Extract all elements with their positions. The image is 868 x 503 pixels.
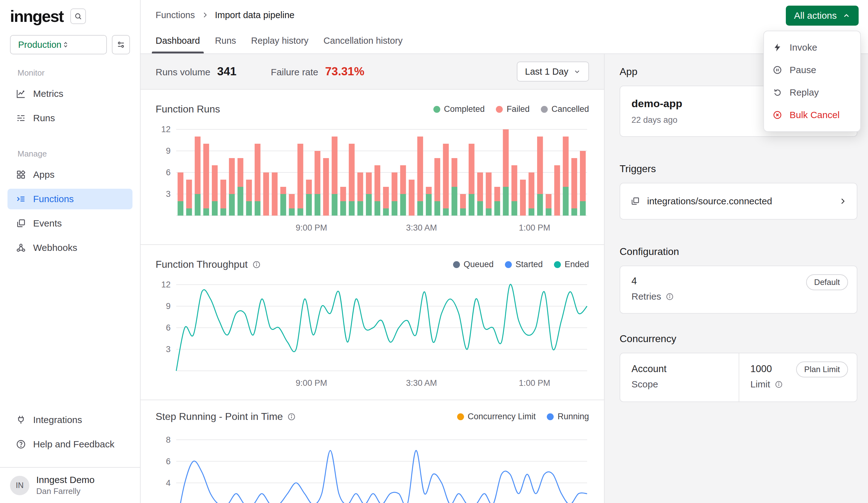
chevron-up-icon bbox=[843, 12, 850, 20]
profile-menu[interactable]: IN Inngest Demo Dan Farrelly bbox=[0, 467, 140, 503]
sidebar-item-label: Apps bbox=[33, 170, 54, 180]
tab-dashboard[interactable]: Dashboard bbox=[156, 35, 200, 53]
function-throughput-chart: 369129:00 PM3:30 AM1:00 PM bbox=[156, 278, 589, 390]
step-running-section: Step Running - Point in Time Concurrency… bbox=[141, 400, 604, 503]
tab-bar: Dashboard Runs Replay history Cancellati… bbox=[156, 35, 402, 53]
tab-cancellation-history[interactable]: Cancellation history bbox=[323, 35, 402, 53]
trigger-event-name: integrations/source.connected bbox=[647, 196, 772, 206]
menu-item-label: Replay bbox=[789, 87, 819, 98]
svg-text:9:00 PM: 9:00 PM bbox=[296, 378, 327, 388]
svg-text:9: 9 bbox=[166, 301, 170, 311]
legend-dot bbox=[505, 261, 512, 268]
function-runs-title: Function Runs bbox=[156, 103, 220, 115]
profile-user-name: Dan Farrelly bbox=[36, 486, 95, 496]
main-area: Functions Import data pipeline Dashboard… bbox=[141, 0, 868, 503]
legend-item: Completed bbox=[433, 104, 485, 114]
sidebar-item-help-and-feedback[interactable]: Help and Feedback bbox=[8, 434, 133, 454]
bolt-icon bbox=[773, 43, 782, 52]
svg-text:3: 3 bbox=[166, 345, 170, 354]
menu-item-invoke[interactable]: Invoke bbox=[764, 36, 860, 59]
menu-item-replay[interactable]: Replay bbox=[764, 81, 860, 104]
functions-icon bbox=[16, 194, 26, 204]
concurrency-scope-cell: Account Scope bbox=[620, 353, 738, 401]
svg-text:3:30 AM: 3:30 AM bbox=[406, 223, 437, 233]
svg-text:6: 6 bbox=[166, 323, 170, 332]
retries-card: 4 Retries Default bbox=[620, 266, 857, 314]
svg-text:8: 8 bbox=[166, 435, 170, 444]
sliders-icon bbox=[116, 40, 125, 49]
plug-icon bbox=[16, 414, 26, 425]
legend-dot bbox=[433, 106, 440, 113]
environment-value: Production bbox=[18, 40, 62, 50]
sidebar-item-runs[interactable]: Runs bbox=[8, 108, 133, 129]
legend-dot bbox=[554, 261, 561, 268]
environment-selector[interactable]: Production bbox=[10, 35, 107, 54]
info-icon[interactable] bbox=[252, 260, 261, 269]
concurrency-limit-cell: 1000 Limit Plan Limit bbox=[738, 353, 857, 401]
svg-text:9: 9 bbox=[166, 146, 170, 156]
step-running-title: Step Running - Point in Time bbox=[156, 411, 283, 422]
chevron-down-icon bbox=[574, 68, 581, 75]
legend-item: Cancelled bbox=[541, 104, 589, 114]
svg-text:1:00 PM: 1:00 PM bbox=[519, 378, 550, 388]
svg-text:12: 12 bbox=[161, 280, 170, 289]
all-actions-menu: Invoke Pause Replay Bulk Cancel bbox=[763, 31, 861, 132]
nav-section-manage: Manage bbox=[8, 149, 133, 164]
runs-volume-value: 341 bbox=[217, 65, 237, 78]
function-throughput-section: Function Throughput QueuedStartedEnded 3… bbox=[141, 245, 604, 400]
info-icon[interactable] bbox=[775, 380, 783, 389]
configuration-heading: Configuration bbox=[620, 246, 857, 257]
chevron-up-down-icon bbox=[62, 41, 101, 49]
sidebar-item-functions[interactable]: Functions bbox=[8, 189, 133, 209]
search-icon bbox=[74, 12, 82, 20]
breadcrumb-functions-link[interactable]: Functions bbox=[156, 10, 195, 20]
breadcrumb-current: Import data pipeline bbox=[215, 10, 294, 20]
legend-item: Queued bbox=[453, 260, 494, 269]
menu-item-pause[interactable]: Pause bbox=[764, 59, 860, 81]
svg-text:6: 6 bbox=[166, 457, 170, 466]
sidebar-item-integrations[interactable]: Integrations bbox=[8, 410, 133, 430]
page-header: Functions Import data pipeline Dashboard… bbox=[141, 0, 868, 54]
triggers-heading: Triggers bbox=[620, 163, 857, 175]
scope-value: Account bbox=[631, 363, 728, 374]
sidebar-item-events[interactable]: Events bbox=[8, 213, 133, 234]
legend-dot bbox=[496, 106, 503, 113]
svg-text:3: 3 bbox=[166, 189, 170, 199]
environment-settings-button[interactable] bbox=[112, 35, 130, 54]
inngest-logo: inngest bbox=[10, 8, 63, 24]
default-badge: Default bbox=[806, 274, 848, 290]
legend-dot bbox=[541, 106, 548, 113]
metrics-icon bbox=[16, 89, 26, 99]
svg-text:4: 4 bbox=[166, 478, 170, 488]
menu-item-label: Pause bbox=[789, 65, 816, 75]
scope-label: Scope bbox=[631, 379, 658, 390]
sidebar-item-label: Metrics bbox=[33, 89, 63, 99]
sidebar-item-metrics[interactable]: Metrics bbox=[8, 83, 133, 104]
retries-label: Retries bbox=[631, 291, 661, 302]
trigger-row[interactable]: integrations/source.connected bbox=[620, 183, 857, 220]
sidebar-item-label: Runs bbox=[33, 113, 55, 123]
tab-runs[interactable]: Runs bbox=[215, 35, 236, 53]
apps-grid-icon bbox=[16, 170, 26, 180]
tab-replay-history[interactable]: Replay history bbox=[251, 35, 309, 53]
svg-text:12: 12 bbox=[161, 125, 170, 134]
cancel-circle-icon bbox=[773, 110, 782, 120]
all-actions-button[interactable]: All actions bbox=[786, 6, 859, 25]
info-icon[interactable] bbox=[287, 412, 296, 421]
legend-dot bbox=[453, 261, 460, 268]
legend-dot bbox=[457, 413, 464, 420]
menu-item-bulk-cancel[interactable]: Bulk Cancel bbox=[764, 104, 860, 126]
sidebar-item-webhooks[interactable]: Webhooks bbox=[8, 237, 133, 258]
sidebar-item-apps[interactable]: Apps bbox=[8, 164, 133, 185]
time-range-selector[interactable]: Last 1 Day bbox=[517, 62, 589, 82]
events-icon bbox=[16, 218, 26, 229]
sidebar-item-label: Webhooks bbox=[33, 243, 77, 253]
failure-rate-value: 73.31% bbox=[325, 65, 365, 78]
legend-item: Ended bbox=[554, 260, 589, 269]
search-button[interactable] bbox=[70, 8, 86, 24]
chevron-right-icon bbox=[839, 197, 847, 205]
failure-rate-stat: Failure rate 73.31% bbox=[271, 65, 364, 78]
sidebar-item-label: Integrations bbox=[33, 414, 82, 425]
replay-icon bbox=[773, 88, 782, 97]
info-icon[interactable] bbox=[665, 292, 674, 301]
